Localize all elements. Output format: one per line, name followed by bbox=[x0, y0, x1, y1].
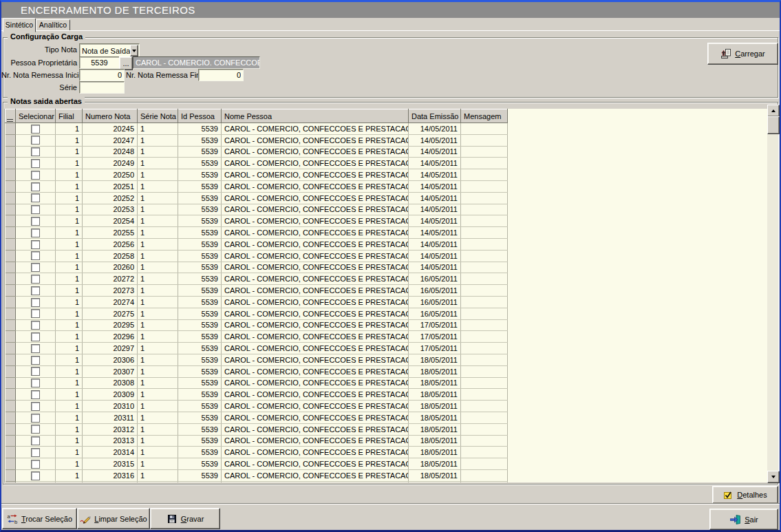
cell-filial: 1 bbox=[56, 123, 83, 135]
table-row[interactable]: 1 20317 1 5539 CAROL - COMERCIO, CONFECC… bbox=[6, 481, 769, 482]
table-row[interactable]: 1 20315 1 5539 CAROL - COMERCIO, CONFECC… bbox=[6, 458, 769, 470]
table-row[interactable]: 1 20306 1 5539 CAROL - COMERCIO, CONFECC… bbox=[6, 354, 769, 365]
table-row[interactable]: 1 20275 1 5539 CAROL - COMERCIO, CONFECC… bbox=[6, 308, 769, 319]
row-checkbox[interactable] bbox=[31, 414, 40, 423]
row-checkbox[interactable] bbox=[31, 217, 40, 226]
column-header-serie-nota[interactable]: Série Nota bbox=[138, 109, 178, 123]
table-row[interactable]: 1 20296 1 5539 CAROL - COMERCIO, CONFECC… bbox=[6, 331, 769, 343]
row-checkbox[interactable] bbox=[31, 448, 40, 457]
table-row[interactable]: 1 20273 1 5539 CAROL - COMERCIO, CONFECC… bbox=[6, 285, 769, 297]
table-row[interactable]: 1 20308 1 5539 CAROL - COMERCIO, CONFECC… bbox=[6, 377, 769, 389]
table-row[interactable]: 1 20316 1 5539 CAROL - COMERCIO, CONFECC… bbox=[6, 469, 769, 481]
row-checkbox[interactable] bbox=[31, 182, 40, 191]
table-row[interactable]: 1 20251 1 5539 CAROL - COMERCIO, CONFECC… bbox=[6, 180, 769, 192]
row-checkbox[interactable] bbox=[31, 147, 40, 156]
cell-nome-pessoa: CAROL - COMERCIO, CONFECCOES E PRESTACAO… bbox=[222, 412, 409, 423]
row-checkbox[interactable] bbox=[31, 275, 40, 284]
pessoa-id-field[interactable] bbox=[79, 56, 120, 69]
table-row[interactable]: 1 20260 1 5539 CAROL - COMERCIO, CONFECC… bbox=[6, 262, 769, 273]
row-checkbox[interactable] bbox=[31, 171, 40, 180]
row-checkbox[interactable] bbox=[31, 205, 40, 214]
row-indicator bbox=[6, 401, 16, 412]
row-checkbox[interactable] bbox=[31, 321, 40, 330]
row-checkbox[interactable] bbox=[31, 263, 40, 272]
sair-button[interactable]: Sair bbox=[709, 509, 778, 530]
column-header-data-emissao[interactable]: Data Emissão bbox=[409, 109, 461, 123]
row-indicator bbox=[6, 273, 16, 285]
trocar-selecao-button[interactable]: a b Trocar Seleção bbox=[2, 508, 77, 529]
limpar-selecao-button[interactable]: Limpar Seleção bbox=[77, 508, 150, 529]
row-checkbox[interactable] bbox=[31, 402, 40, 411]
table-row[interactable]: 1 20309 1 5539 CAROL - COMERCIO, CONFECC… bbox=[6, 389, 769, 401]
row-checkbox[interactable] bbox=[31, 159, 40, 168]
table-row[interactable]: 1 20314 1 5539 CAROL - COMERCIO, CONFECC… bbox=[6, 447, 769, 458]
table-row[interactable]: 1 20248 1 5539 CAROL - COMERCIO, CONFECC… bbox=[6, 146, 769, 158]
row-checkbox[interactable] bbox=[31, 379, 40, 387]
table-row[interactable]: 1 20258 1 5539 CAROL - COMERCIO, CONFECC… bbox=[6, 250, 769, 262]
tipo-nota-combo[interactable]: Nota de Saída bbox=[79, 43, 140, 58]
column-header-mensagem[interactable]: Mensagem bbox=[461, 109, 508, 123]
cell-data-emissao: 16/05/2011 bbox=[409, 308, 461, 319]
table-row[interactable]: 1 20297 1 5539 CAROL - COMERCIO, CONFECC… bbox=[6, 343, 769, 354]
cell-numero-nota: 20273 bbox=[83, 285, 138, 297]
table-row[interactable]: 1 20250 1 5539 CAROL - COMERCIO, CONFECC… bbox=[6, 169, 769, 181]
cell-nome-pessoa: CAROL - COMERCIO, CONFECCOES E PRESTACAO… bbox=[222, 343, 409, 354]
row-checkbox[interactable] bbox=[31, 251, 40, 260]
row-checkbox[interactable] bbox=[31, 356, 40, 365]
row-checkbox[interactable] bbox=[31, 344, 40, 353]
table-row[interactable]: 1 20255 1 5539 CAROL - COMERCIO, CONFECC… bbox=[6, 227, 769, 239]
scroll-down-button[interactable] bbox=[767, 471, 780, 483]
row-checkbox[interactable] bbox=[31, 240, 40, 249]
floppy-disk-icon bbox=[167, 513, 178, 524]
row-checkbox[interactable] bbox=[31, 436, 40, 445]
serie-field[interactable] bbox=[79, 81, 125, 94]
table-row[interactable]: 1 20272 1 5539 CAROL - COMERCIO, CONFECC… bbox=[6, 273, 769, 285]
cell-filial: 1 bbox=[56, 158, 83, 169]
table-row[interactable]: 1 20307 1 5539 CAROL - COMERCIO, CONFECC… bbox=[6, 365, 769, 377]
table-row[interactable]: 1 20245 1 5539 CAROL - COMERCIO, CONFECC… bbox=[6, 123, 769, 135]
nr-remessa-fim-field[interactable] bbox=[198, 69, 244, 81]
table-row[interactable]: 1 20256 1 5539 CAROL - COMERCIO, CONFECC… bbox=[6, 238, 769, 250]
table-row[interactable]: 1 20313 1 5539 CAROL - COMERCIO, CONFECC… bbox=[6, 435, 769, 447]
row-checkbox[interactable] bbox=[31, 332, 40, 341]
browse-pessoa-button[interactable]: ... bbox=[119, 56, 133, 70]
column-header-nome-pessoa[interactable]: Nome Pessoa bbox=[222, 109, 409, 123]
row-checkbox[interactable] bbox=[31, 136, 40, 145]
table-row[interactable]: 1 20295 1 5539 CAROL - COMERCIO, CONFECC… bbox=[6, 319, 769, 331]
table-row[interactable]: 1 20253 1 5539 CAROL - COMERCIO, CONFECC… bbox=[6, 204, 769, 215]
row-checkbox[interactable] bbox=[31, 193, 40, 202]
row-checkbox[interactable] bbox=[31, 286, 40, 295]
scrollbar-thumb[interactable] bbox=[767, 116, 780, 134]
vertical-scrollbar[interactable] bbox=[767, 105, 778, 482]
carregar-button[interactable]: Carregar bbox=[707, 43, 778, 65]
table-row[interactable]: 1 20249 1 5539 CAROL - COMERCIO, CONFECC… bbox=[6, 158, 769, 169]
row-checkbox[interactable] bbox=[31, 425, 40, 434]
row-checkbox[interactable] bbox=[31, 309, 40, 318]
row-checkbox[interactable] bbox=[31, 390, 40, 399]
row-checkbox[interactable] bbox=[31, 460, 40, 469]
gravar-button[interactable]: Gravar bbox=[150, 508, 220, 529]
tab-sintetico[interactable]: Sintético bbox=[3, 18, 36, 32]
scroll-up-button[interactable] bbox=[767, 105, 780, 117]
table-row[interactable]: 1 20312 1 5539 CAROL - COMERCIO, CONFECC… bbox=[6, 423, 769, 435]
column-header-selecionar[interactable]: Selecionar bbox=[16, 109, 56, 123]
table-row[interactable]: 1 20254 1 5539 CAROL - COMERCIO, CONFECC… bbox=[6, 215, 769, 227]
table-row[interactable]: 1 20274 1 5539 CAROL - COMERCIO, CONFECC… bbox=[6, 296, 769, 308]
detalhes-button[interactable]: Detalhes bbox=[712, 486, 778, 504]
table-row[interactable]: 1 20310 1 5539 CAROL - COMERCIO, CONFECC… bbox=[6, 401, 769, 412]
column-header-id-pessoa[interactable]: Id Pessoa bbox=[178, 109, 222, 123]
tab-analitico[interactable]: Analítico bbox=[36, 19, 70, 31]
column-header-numero-nota[interactable]: Numero Nota bbox=[83, 109, 138, 123]
row-checkbox[interactable] bbox=[31, 367, 40, 376]
column-header-filial[interactable]: Filial bbox=[56, 109, 83, 123]
combo-dropdown-button[interactable] bbox=[130, 45, 138, 56]
table-row[interactable]: 1 20247 1 5539 CAROL - COMERCIO, CONFECC… bbox=[6, 134, 769, 146]
row-checkbox[interactable] bbox=[31, 228, 40, 237]
row-checkbox[interactable] bbox=[31, 125, 40, 134]
row-checkbox[interactable] bbox=[31, 298, 40, 307]
table-row[interactable]: 1 20311 1 5539 CAROL - COMERCIO, CONFECC… bbox=[6, 412, 769, 423]
nr-remessa-inicio-field[interactable] bbox=[79, 69, 125, 81]
table-row[interactable]: 1 20252 1 5539 CAROL - COMERCIO, CONFECC… bbox=[6, 192, 769, 204]
pessoa-nome-display: CAROL - COMERCIO. CONFECCOES E bbox=[133, 56, 260, 69]
row-checkbox[interactable] bbox=[31, 471, 40, 480]
